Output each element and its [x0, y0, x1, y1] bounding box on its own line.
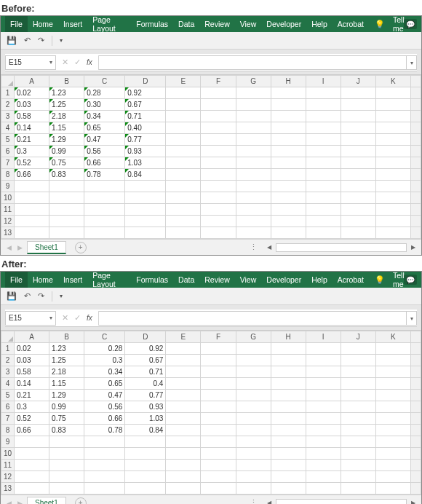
col-header-j[interactable]: J: [341, 331, 375, 343]
cell[interactable]: [15, 436, 49, 448]
vertical-scrollbar-track[interactable]: [410, 401, 421, 413]
cell[interactable]: [236, 169, 271, 181]
cell[interactable]: [341, 378, 375, 390]
cell[interactable]: [166, 216, 201, 227]
col-header-g[interactable]: G: [236, 331, 271, 343]
cell[interactable]: [201, 204, 236, 216]
cell[interactable]: 1.23: [49, 343, 84, 355]
cell[interactable]: [166, 390, 201, 401]
cell[interactable]: 0.34: [84, 366, 125, 378]
cell[interactable]: [375, 181, 410, 192]
cell[interactable]: [49, 181, 84, 192]
row-header-7[interactable]: 7: [1, 413, 15, 425]
cell[interactable]: [306, 87, 341, 99]
row-header-13[interactable]: 13: [1, 227, 15, 239]
cell[interactable]: [306, 134, 341, 146]
cell[interactable]: [15, 471, 49, 483]
cell[interactable]: [306, 181, 341, 192]
cell[interactable]: [375, 401, 410, 413]
cell[interactable]: [341, 169, 375, 181]
vertical-scrollbar-track[interactable]: [410, 181, 421, 192]
sheet-nav-prev-icon[interactable]: ◀: [5, 500, 13, 505]
row-header-8[interactable]: 8: [1, 169, 15, 181]
cell[interactable]: [236, 390, 271, 401]
formula-input[interactable]: [99, 311, 407, 326]
strip-grip-icon[interactable]: ⋮: [250, 498, 258, 504]
cell[interactable]: 0.77: [125, 134, 166, 146]
row-header-1[interactable]: 1: [1, 343, 15, 355]
qat-dropdown-icon[interactable]: ▾: [60, 37, 63, 44]
cell[interactable]: [306, 378, 341, 390]
cell[interactable]: 0.03: [15, 355, 49, 366]
cell[interactable]: [166, 157, 201, 169]
cell[interactable]: [201, 87, 236, 99]
cell[interactable]: [306, 146, 341, 157]
cell[interactable]: [306, 425, 341, 436]
tab-review[interactable]: Review: [199, 16, 234, 32]
cell[interactable]: [236, 134, 271, 146]
vertical-scrollbar-track[interactable]: [410, 378, 421, 390]
cell[interactable]: [166, 460, 201, 471]
cell[interactable]: [201, 366, 236, 378]
cell[interactable]: 0.58: [15, 366, 49, 378]
cell[interactable]: [341, 366, 375, 378]
cell[interactable]: 0.71: [125, 366, 166, 378]
col-header-h[interactable]: H: [271, 331, 306, 343]
vertical-scrollbar-track[interactable]: [410, 355, 421, 366]
cell[interactable]: [201, 134, 236, 146]
col-header-h[interactable]: H: [271, 76, 306, 87]
cell[interactable]: [49, 204, 84, 216]
cell[interactable]: 1.29: [49, 134, 84, 146]
cell[interactable]: [271, 366, 306, 378]
row-header-5[interactable]: 5: [1, 134, 15, 146]
vertical-scrollbar-track[interactable]: [410, 111, 421, 122]
col-header-a[interactable]: A: [15, 76, 49, 87]
cell[interactable]: [306, 436, 341, 448]
col-header-b[interactable]: B: [49, 76, 84, 87]
cell[interactable]: [49, 448, 84, 460]
cell[interactable]: [201, 448, 236, 460]
cell[interactable]: 0.02: [15, 87, 49, 99]
cell[interactable]: [341, 146, 375, 157]
cell[interactable]: 0.14: [15, 122, 49, 134]
row-header-2[interactable]: 2: [1, 355, 15, 366]
col-header-f[interactable]: F: [201, 76, 236, 87]
cell[interactable]: [375, 436, 410, 448]
col-header-j[interactable]: J: [341, 76, 375, 87]
cell[interactable]: [271, 343, 306, 355]
cell[interactable]: [166, 227, 201, 239]
undo-icon[interactable]: ↶: [24, 36, 31, 45]
cell[interactable]: [341, 343, 375, 355]
tab-developer[interactable]: Developer: [261, 272, 306, 288]
cell[interactable]: [201, 122, 236, 134]
cell[interactable]: 0.78: [84, 169, 125, 181]
col-header-k[interactable]: K: [375, 331, 410, 343]
cell[interactable]: 0.67: [125, 355, 166, 366]
horizontal-scrollbar[interactable]: [276, 499, 407, 505]
cell[interactable]: 0.56: [84, 146, 125, 157]
cell[interactable]: [375, 146, 410, 157]
cell[interactable]: [341, 448, 375, 460]
undo-icon[interactable]: ↶: [24, 291, 31, 301]
cell[interactable]: 0.66: [84, 157, 125, 169]
cell[interactable]: [125, 448, 166, 460]
cell[interactable]: [236, 99, 271, 111]
cell[interactable]: [375, 343, 410, 355]
row-header-11[interactable]: 11: [1, 204, 15, 216]
cell[interactable]: [236, 483, 271, 495]
cell[interactable]: [306, 169, 341, 181]
cell[interactable]: [271, 460, 306, 471]
row-header-10[interactable]: 10: [1, 192, 15, 204]
cell[interactable]: [271, 425, 306, 436]
cell[interactable]: [166, 413, 201, 425]
cell[interactable]: [341, 216, 375, 227]
strip-grip-icon[interactable]: ⋮: [250, 243, 258, 252]
tab-insert[interactable]: Insert: [58, 16, 87, 32]
cell[interactable]: [201, 413, 236, 425]
row-header-10[interactable]: 10: [1, 448, 15, 460]
cell[interactable]: [236, 413, 271, 425]
cell[interactable]: [166, 425, 201, 436]
cell[interactable]: [236, 355, 271, 366]
fx-label[interactable]: fx: [87, 314, 92, 322]
tab-page-layout[interactable]: Page Layout: [87, 272, 131, 288]
